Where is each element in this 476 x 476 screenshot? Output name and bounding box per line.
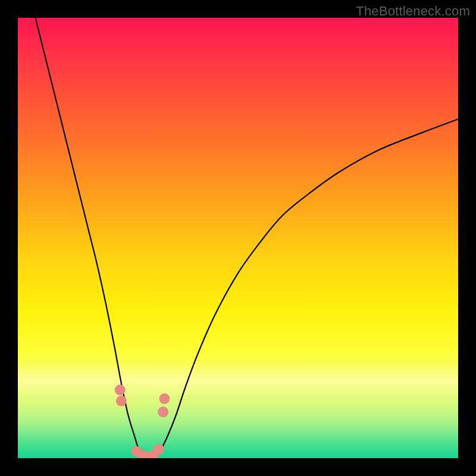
watermark-text: TheBottleneck.com: [356, 4, 470, 19]
bottleneck-curve: [36, 18, 458, 458]
marker-dot: [158, 406, 168, 417]
marker-dot: [115, 384, 126, 395]
chart-svg: [18, 18, 458, 458]
marker-dot: [154, 444, 164, 455]
marker-dots-group: [115, 384, 170, 458]
plot-area: [18, 18, 458, 458]
chart-frame: TheBottleneck.com: [0, 0, 476, 476]
marker-dot: [159, 393, 170, 404]
marker-dot: [116, 396, 127, 406]
